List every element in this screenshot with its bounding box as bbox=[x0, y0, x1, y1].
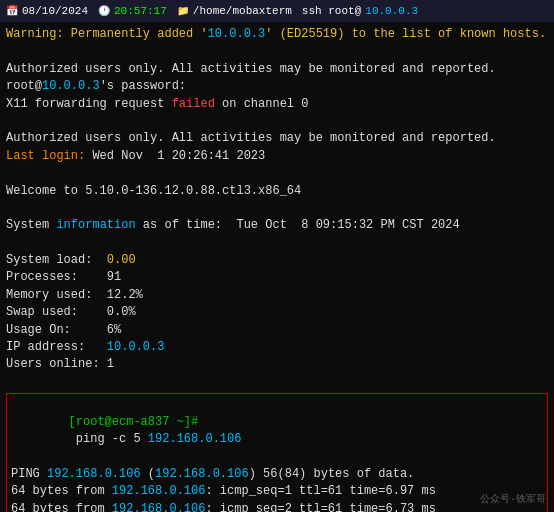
x11-line: X11 forwarding request failed on channel… bbox=[6, 96, 548, 113]
title-time-segment: 🕐 20:57:17 bbox=[98, 5, 167, 17]
blank-line-2 bbox=[6, 113, 548, 130]
users-line: Users online: 1 bbox=[6, 356, 548, 373]
clock-icon: 🕐 bbox=[98, 5, 110, 17]
title-bar: 📅 08/10/2024 🕐 20:57:17 📁 /home/mobaxter… bbox=[0, 0, 554, 22]
title-path: /home/mobaxterm bbox=[193, 5, 292, 17]
title-time: 20:57:17 bbox=[114, 5, 167, 17]
blank-line-3 bbox=[6, 165, 548, 182]
ssh-label: ssh root@ bbox=[302, 5, 361, 17]
usage-line: Usage On: 6% bbox=[6, 322, 548, 339]
blank-line-6 bbox=[6, 374, 548, 391]
ip-line: IP address: 10.0.0.3 bbox=[6, 339, 548, 356]
blank-line-5 bbox=[6, 235, 548, 252]
calendar-icon: 📅 bbox=[6, 5, 18, 17]
title-date-segment: 📅 08/10/2024 bbox=[6, 5, 88, 17]
terminal-content[interactable]: Warning: Permanently added '10.0.0.3' (E… bbox=[0, 22, 554, 512]
ping-reply-2: 64 bytes from 192.168.0.106: icmp_seq=2 … bbox=[11, 501, 543, 512]
proc-line: Processes: 91 bbox=[6, 269, 548, 286]
mem-line: Memory used: 12.2% bbox=[6, 287, 548, 304]
watermark: 公众号·铁军哥 bbox=[480, 492, 546, 506]
ping-block: [root@ecm-a837 ~]# ping -c 5 192.168.0.1… bbox=[6, 393, 548, 512]
swap-line: Swap used: 0.0% bbox=[6, 304, 548, 321]
last-login-line: Last login: Wed Nov 1 20:26:41 2023 bbox=[6, 148, 548, 165]
sysinfo-line: System information as of time: Tue Oct 8… bbox=[6, 217, 548, 234]
ping-header: PING 192.168.0.106 (192.168.0.106) 56(84… bbox=[11, 466, 543, 483]
title-ssh-segment: ssh root@10.0.0.3 bbox=[302, 5, 418, 17]
folder-icon: 📁 bbox=[177, 5, 189, 17]
title-date: 08/10/2024 bbox=[22, 5, 88, 17]
load-line: System load: 0.00 bbox=[6, 252, 548, 269]
title-host: 10.0.0.3 bbox=[365, 5, 418, 17]
title-path-segment: 📁 /home/mobaxterm bbox=[177, 5, 292, 17]
terminal-window: 📅 08/10/2024 🕐 20:57:17 📁 /home/mobaxter… bbox=[0, 0, 554, 512]
password-line: root@10.0.0.3's password: bbox=[6, 78, 548, 95]
auth-line-2: Authorized users only. All activities ma… bbox=[6, 130, 548, 147]
blank-line-1 bbox=[6, 43, 548, 60]
ping-prompt: [root@ecm-a837 ~]# ping -c 5 192.168.0.1… bbox=[11, 396, 543, 466]
blank-line-4 bbox=[6, 200, 548, 217]
ping-reply-1: 64 bytes from 192.168.0.106: icmp_seq=1 … bbox=[11, 483, 543, 500]
auth-line-1: Authorized users only. All activities ma… bbox=[6, 61, 548, 78]
warning-line: Warning: Permanently added '10.0.0.3' (E… bbox=[6, 26, 548, 43]
welcome-line: Welcome to 5.10.0-136.12.0.88.ctl3.x86_6… bbox=[6, 183, 548, 200]
